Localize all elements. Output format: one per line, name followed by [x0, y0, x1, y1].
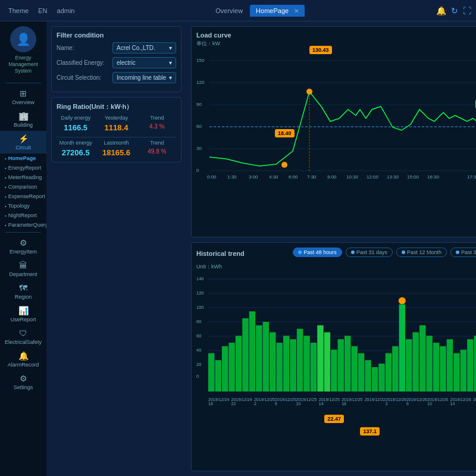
daily-value: 1166.5 — [57, 123, 95, 132]
chevron-down-icon2: ▾ — [169, 60, 172, 66]
ring-ratio-title: Ring Ratio(Unit：kW·h） — [57, 102, 176, 111]
peak-tooltip: 130.43 — [309, 46, 332, 54]
svg-text:80: 80 — [196, 319, 201, 324]
lastmonth-value: 18165.6 — [97, 148, 135, 157]
notification-icon[interactable]: 🔔 — [436, 6, 446, 15]
svg-text:40: 40 — [196, 347, 201, 353]
load-curve-unit: 单位：kW — [196, 40, 476, 48]
x-label-4: 2019/12/25 6 — [275, 397, 296, 406]
submenu-nightreport[interactable]: NightReport — [0, 211, 46, 220]
sidebar-item-alarmrecord[interactable]: 🔔 AlarmRecord — [0, 348, 46, 371]
sidebar-item-department[interactable]: 🏛 Department — [0, 258, 46, 280]
trend-tabs: Past 48 hours Past 31 days Past 12 Month — [293, 248, 476, 257]
load-curve-chart: .grid-line { stroke: #1a3a5c; stroke-wid… — [196, 50, 476, 187]
historical-trend-box: Historical trend Past 48 hours Past 31 d… — [191, 242, 476, 471]
avatar: 👤 — [10, 26, 36, 52]
usereport-icon: 📊 — [18, 306, 29, 315]
sidebar-item-usereport[interactable]: 📊 UseReport — [0, 303, 46, 325]
sidebar-item-energyitem[interactable]: ⚙ EnergyItem — [0, 235, 46, 258]
electricalsafety-icon: 🛡 — [19, 328, 27, 338]
submenu-comparison[interactable]: Comparison — [0, 182, 46, 192]
hist-valley-tooltip: 22.47 — [324, 415, 344, 423]
filter-name-label: Name: — [57, 45, 110, 51]
x-label-11: 2019/12/26 10 — [427, 397, 450, 406]
sidebar-item-region[interactable]: 🗺 Region — [0, 280, 46, 303]
submenu-homepage[interactable]: HomePage — [0, 154, 46, 163]
submenu-metereading[interactable]: MeterReading — [0, 173, 46, 182]
svg-text:60: 60 — [196, 333, 201, 339]
sidebar-item-building[interactable]: 🏢 Building — [0, 108, 46, 131]
filter-circuit-row: Circuit Selection: Incoming line table ▾ — [57, 72, 176, 83]
x-label-13: 2019/12/26 — [473, 397, 476, 406]
load-curve-box: Load curve 单位：kW 130.43 18.40 63.25 .gri… — [191, 26, 476, 237]
filter-energy-row: Classified Energy: electric ▾ — [57, 57, 176, 68]
sidebar-item-electricalsafety[interactable]: 🛡 ElectricalSafety — [0, 325, 46, 348]
lang-menu[interactable]: EN — [35, 6, 51, 15]
fullscreen-icon[interactable]: ⛶ — [463, 6, 471, 15]
sidebar: 👤 Energy Management System ⊞ Overview 🏢 … — [0, 21, 46, 476]
theme-menu[interactable]: Theme — [5, 6, 32, 15]
submenu-parameterquery[interactable]: ParameterQuery — [0, 220, 46, 230]
filter-title: Filter condition — [57, 32, 176, 39]
lastmonth-label: Lastmonth — [97, 140, 135, 146]
svg-text:7:30: 7:30 — [307, 174, 317, 180]
trend-tab-3y[interactable]: Past 3 Year — [450, 248, 476, 257]
trend2-value: 49.8 % — [138, 148, 176, 157]
svg-text:12:00: 12:00 — [367, 174, 379, 180]
svg-text:20: 20 — [196, 362, 201, 367]
dot-icon3 — [402, 250, 405, 254]
filter-name-select[interactable]: Acrel Co.,LTD. ▾ — [112, 42, 176, 54]
filter-energy-select[interactable]: electric ▾ — [112, 57, 176, 68]
system-title: Energy Management System — [0, 55, 46, 74]
hist-peak-tooltip: 137.1 — [360, 427, 380, 436]
sidebar-item-settings[interactable]: ⚙ Settings — [0, 371, 46, 393]
svg-text:16:30: 16:30 — [427, 174, 440, 180]
filter-name-row: Name: Acrel Co.,LTD. ▾ — [57, 42, 176, 54]
filter-box: Filter condition Name: Acrel Co.,LTD. ▾ … — [51, 26, 181, 92]
svg-text:10:30: 10:30 — [346, 174, 359, 180]
trend-label: Trend — [138, 115, 176, 121]
submenu-energyreport[interactable]: EnergyReport — [0, 163, 46, 173]
topbar-right: 🔔 ↻ ⛶ — [436, 6, 471, 15]
trend-tab-48h[interactable]: Past 48 hours — [293, 248, 342, 257]
sidebar-item-overview[interactable]: ⊞ Overview — [0, 86, 46, 108]
svg-text:0:00: 0:00 — [207, 174, 217, 180]
svg-text:120: 120 — [196, 290, 204, 296]
close-tab-icon[interactable]: ✕ — [294, 8, 299, 14]
daily-label: Daily energy — [57, 115, 95, 121]
filter-circuit-select[interactable]: Incoming line table ▾ — [112, 72, 176, 83]
submenu-topology[interactable]: Topology — [0, 201, 46, 211]
tab-homepage[interactable]: HomePage ✕ — [250, 5, 305, 17]
filter-energy-label: Classified Energy: — [57, 60, 110, 66]
svg-text:15:00: 15:00 — [407, 174, 419, 180]
x-label-6: 2019/12/25 14 — [319, 397, 342, 406]
svg-text:6:00: 6:00 — [289, 174, 298, 180]
tab-overview[interactable]: Overview — [209, 5, 249, 17]
topbar: Theme EN admin Overview HomePage ✕ 🔔 ↻ ⛶ — [0, 0, 476, 21]
building-icon: 🏢 — [18, 111, 29, 121]
trend-tab-12m[interactable]: Past 12 Month — [396, 248, 447, 257]
sidebar-item-circuit[interactable]: ⚡ Circuit — [0, 131, 46, 154]
dot-icon2 — [351, 250, 355, 254]
bar-chart-canvas — [208, 294, 476, 395]
svg-text:140: 140 — [196, 276, 204, 281]
chevron-down-icon: ▾ — [169, 45, 172, 51]
sidebar-divider2 — [5, 232, 41, 233]
load-curve-title: Load curve — [196, 32, 476, 39]
month-value: 27206.5 — [57, 148, 95, 157]
svg-text:100: 100 — [196, 305, 204, 310]
svg-text:30: 30 — [196, 146, 202, 151]
trend-tab-31d[interactable]: Past 31 days — [346, 248, 393, 257]
settings-icon: ⚙ — [20, 374, 27, 383]
x-label-8: 2019/12/22 — [365, 397, 386, 406]
svg-text:120: 120 — [196, 80, 205, 85]
submenu-expensereport[interactable]: ExpenseReport — [0, 192, 46, 201]
svg-text:0: 0 — [196, 168, 199, 173]
admin-menu[interactable]: admin — [54, 6, 79, 15]
x-label-10: 2019/12/26 6 — [406, 397, 427, 406]
svg-text:3:00: 3:00 — [249, 174, 258, 180]
x-label-2: 2019/12/24 22 — [231, 397, 253, 406]
svg-text:17:30: 17:30 — [467, 174, 476, 180]
refresh-icon[interactable]: ↻ — [451, 6, 458, 15]
topbar-left: Theme EN admin — [5, 6, 79, 15]
